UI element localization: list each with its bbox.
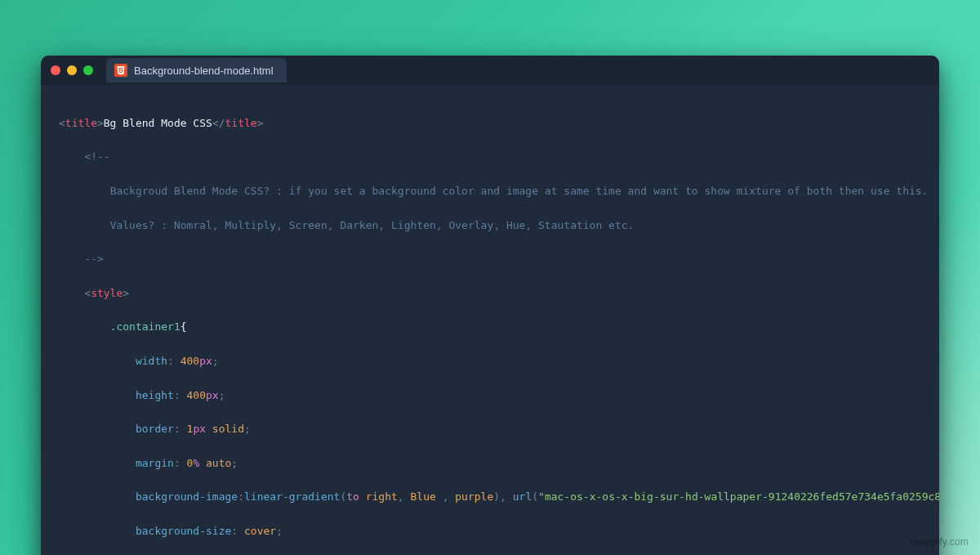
close-icon[interactable] <box>51 65 60 75</box>
code-editor[interactable]: <title>Bg Blend Mode CSS</title> <!-- Ba… <box>41 85 939 555</box>
watermark: snappify.com <box>910 537 969 547</box>
code-window: Background-blend-mode.html <title>Bg Ble… <box>41 56 939 555</box>
tag-title-close: title <box>225 117 257 129</box>
comment-line-2: Values? : Nomral, Multiply, Screen, Dark… <box>110 219 635 231</box>
minimize-icon[interactable] <box>67 65 77 75</box>
title-text: Bg Blend Mode CSS <box>104 117 212 129</box>
maximize-icon[interactable] <box>83 65 93 75</box>
tag-title-open: title <box>65 117 97 129</box>
html5-icon <box>114 64 127 77</box>
selector-container1: .container1 <box>110 320 180 333</box>
tag-style-open: style <box>91 287 122 299</box>
file-tab[interactable]: Background-blend-mode.html <box>106 58 287 83</box>
comment-line-1: Backgroud Blend Mode CSS? : if you set a… <box>110 185 929 197</box>
traffic-lights <box>51 65 93 75</box>
window-titlebar: Background-blend-mode.html <box>41 56 939 85</box>
tab-filename: Background-blend-mode.html <box>134 65 274 76</box>
